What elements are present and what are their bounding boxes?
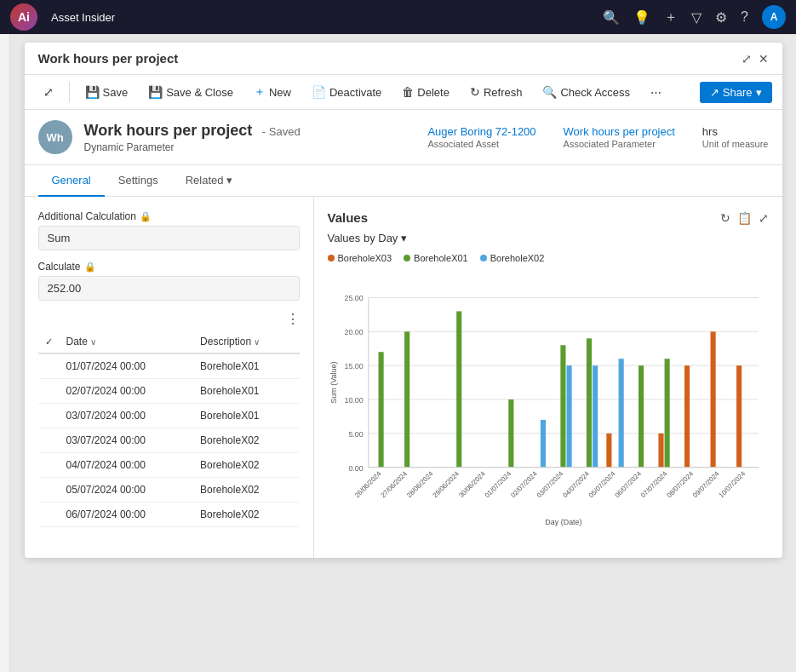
bar-bx01-3[interactable] xyxy=(456,311,461,467)
bar-bx01-7[interactable] xyxy=(560,345,565,467)
table-date-header[interactable]: Date ∨ xyxy=(60,330,194,353)
delete-button[interactable]: 🗑 Delete xyxy=(393,81,458,103)
tab-related[interactable]: Related ▾ xyxy=(172,165,246,197)
new-button[interactable]: ＋ New xyxy=(245,80,300,104)
help-icon[interactable]: ? xyxy=(741,9,748,25)
table-desc-header[interactable]: Description ∨ xyxy=(193,330,299,353)
search-icon[interactable]: 🔍 xyxy=(603,9,620,26)
svg-text:02/07/2024: 02/07/2024 xyxy=(509,469,539,499)
bar-bx01-1[interactable] xyxy=(404,331,409,467)
chart-legend: BoreholeX03 BoreholeX01 BoreholeX02 xyxy=(328,253,769,263)
save-close-button[interactable]: 💾 Save & Close xyxy=(140,81,242,103)
bar-bx03-13[interactable] xyxy=(710,331,715,467)
tab-settings[interactable]: Settings xyxy=(105,165,172,197)
row-check xyxy=(38,503,60,527)
settings-icon[interactable]: ⚙ xyxy=(715,9,727,26)
values-title: Values xyxy=(328,210,369,225)
legend-label-bx01: BoreholeX01 xyxy=(414,253,468,263)
row-desc: BoreholeX02 xyxy=(193,453,299,478)
row-check xyxy=(38,353,60,379)
save-icon: 💾 xyxy=(85,85,100,99)
row-desc: BoreholeX02 xyxy=(193,503,299,527)
calculate-value[interactable]: 252.00 xyxy=(38,276,300,301)
associated-asset-link[interactable]: Auger Boring 72-1200 xyxy=(427,125,535,138)
svg-text:0.00: 0.00 xyxy=(348,464,363,473)
dialog: Work hours per project ⤢ ✕ ⤢ 💾 Save 💾 xyxy=(25,43,782,558)
bar-bx03-11[interactable] xyxy=(658,434,663,468)
entity-type: Dynamic Parameter xyxy=(84,141,416,153)
unit-value: hrs xyxy=(702,125,769,138)
svg-text:06/07/2024: 06/07/2024 xyxy=(613,469,643,499)
row-date: 05/07/2024 00:00 xyxy=(60,478,194,503)
svg-text:08/07/2024: 08/07/2024 xyxy=(665,469,695,499)
values-day-selector[interactable]: Values by Day ▾ xyxy=(328,232,769,244)
top-nav-icons: 🔍 💡 ＋ ▽ ⚙ ? A xyxy=(603,5,786,29)
bar-bx03-14[interactable] xyxy=(736,365,742,468)
svg-text:15.00: 15.00 xyxy=(344,362,363,370)
expand-values-icon[interactable]: ⤢ xyxy=(759,211,769,225)
svg-text:01/07/2024: 01/07/2024 xyxy=(483,469,513,499)
bar-bx01-8[interactable] xyxy=(586,338,591,467)
save-open-button[interactable]: ⤢ xyxy=(35,81,62,103)
expand-icon[interactable]: ⤢ xyxy=(742,52,752,66)
table-row: 05/07/2024 00:00 BoreholeX02 xyxy=(38,478,300,503)
svg-text:10/07/2024: 10/07/2024 xyxy=(717,469,747,499)
bar-bx02-9[interactable] xyxy=(618,359,623,468)
dialog-header: Work hours per project ⤢ ✕ xyxy=(25,43,782,75)
bar-bx01-11[interactable] xyxy=(664,359,669,468)
bar-bx03-9[interactable] xyxy=(606,434,611,468)
row-desc: BoreholeX02 xyxy=(193,478,299,503)
more-button[interactable]: ⋯ xyxy=(642,82,670,103)
legend-item-bx03: BoreholeX03 xyxy=(328,253,392,263)
bar-bx02-8[interactable] xyxy=(593,365,598,468)
check-access-button[interactable]: 🔍 Check Access xyxy=(534,81,639,103)
app-logo: Ai xyxy=(10,3,37,31)
bar-bx02-6[interactable] xyxy=(540,420,545,468)
bar-bx03-12[interactable] xyxy=(684,365,689,468)
more-options-icon[interactable]: ⋮ xyxy=(38,311,300,327)
toolbar: ⤢ 💾 Save 💾 Save & Close ＋ New 📄 Deac xyxy=(25,75,782,110)
bar-bx01-5[interactable] xyxy=(508,399,513,468)
tab-general[interactable]: General xyxy=(38,165,105,197)
svg-text:10.00: 10.00 xyxy=(344,396,363,405)
filter-icon[interactable]: ▽ xyxy=(691,9,702,26)
deactivate-button[interactable]: 📄 Deactivate xyxy=(303,81,390,103)
additional-calc-value[interactable]: Sum xyxy=(38,226,300,250)
save-button[interactable]: 💾 Save xyxy=(77,81,137,103)
lightbulb-icon[interactable]: 💡 xyxy=(633,9,650,26)
bar-chart: 0.005.0010.0015.0020.0025.00Sum (Value)2… xyxy=(328,272,769,544)
svg-text:Sum (Value): Sum (Value) xyxy=(329,362,337,404)
unit-label: Unit of measure xyxy=(702,139,769,149)
user-avatar[interactable]: A xyxy=(762,5,786,29)
legend-item-bx01: BoreholeX01 xyxy=(404,253,468,263)
lock-icon-2: 🔒 xyxy=(84,261,96,273)
legend-item-bx02: BoreholeX02 xyxy=(480,253,545,263)
unit-item: hrs Unit of measure xyxy=(702,125,769,149)
svg-text:03/07/2024: 03/07/2024 xyxy=(535,469,564,499)
entity-info: Work hours per project - Saved Dynamic P… xyxy=(84,122,416,153)
row-date: 03/07/2024 00:00 xyxy=(60,428,194,453)
left-panel: Additional Calculation 🔒 Sum Calculate 🔒… xyxy=(25,197,314,558)
row-desc: BoreholeX01 xyxy=(193,404,299,428)
refresh-values-icon[interactable]: ↻ xyxy=(720,211,730,225)
bar-bx01-0[interactable] xyxy=(378,352,383,467)
refresh-button[interactable]: ↻ Refresh xyxy=(461,81,531,103)
svg-text:26/06/2024: 26/06/2024 xyxy=(352,469,382,499)
close-icon[interactable]: ✕ xyxy=(759,52,769,66)
legend-dot-bx01 xyxy=(404,255,410,261)
table-row: 03/07/2024 00:00 BoreholeX02 xyxy=(38,428,300,453)
associated-parameter-item: Work hours per project Associated Parame… xyxy=(564,125,675,149)
bar-bx02-7[interactable] xyxy=(566,365,571,468)
svg-text:05/07/2024: 05/07/2024 xyxy=(587,469,616,499)
row-check xyxy=(38,404,60,428)
share-button[interactable]: ↗ Share ▾ xyxy=(700,82,772,103)
calculate-label: Calculate 🔒 xyxy=(38,261,300,273)
tabs-container: General Settings Related ▾ xyxy=(25,165,782,197)
export-values-icon[interactable]: 📋 xyxy=(737,211,752,225)
legend-label-bx02: BoreholeX02 xyxy=(490,253,545,263)
desc-sort-icon: ∨ xyxy=(254,337,260,347)
row-desc: BoreholeX01 xyxy=(193,379,299,404)
add-icon[interactable]: ＋ xyxy=(664,9,678,26)
associated-parameter-link[interactable]: Work hours per project xyxy=(564,125,675,138)
bar-bx01-10[interactable] xyxy=(639,365,644,468)
